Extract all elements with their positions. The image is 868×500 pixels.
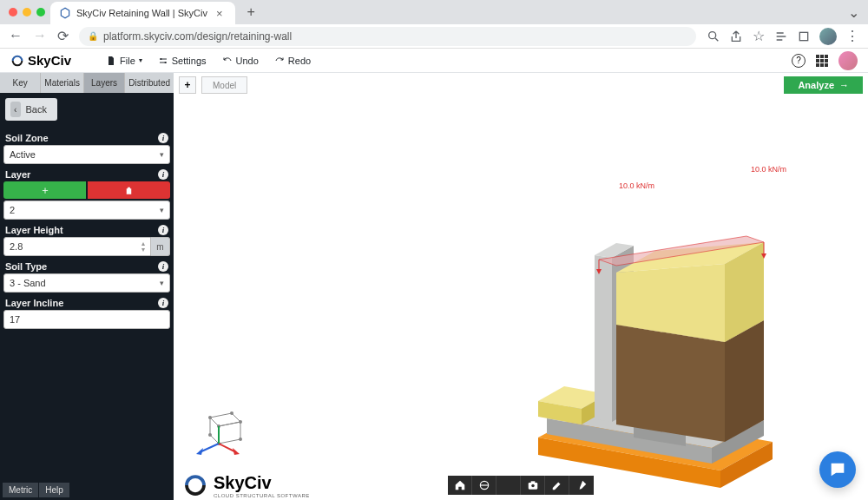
new-tab-button[interactable]: + <box>240 4 262 20</box>
kebab-menu-icon[interactable]: ⋮ <box>845 30 859 43</box>
window-controls[interactable] <box>9 8 45 16</box>
svg-marker-32 <box>210 413 240 426</box>
settings-icon <box>158 56 168 66</box>
model-canvas[interactable]: + Model Analyze 10.0 kN/m 10.0 kN/m <box>174 73 868 500</box>
svg-marker-43 <box>196 448 203 455</box>
lock-icon: 🔒 <box>88 31 98 41</box>
info-icon[interactable]: i <box>158 261 168 272</box>
info-icon[interactable]: i <box>158 133 168 143</box>
home-view-button[interactable] <box>448 476 472 495</box>
search-icon[interactable] <box>707 30 720 43</box>
edit-button[interactable] <box>545 476 569 495</box>
reading-list-icon[interactable] <box>774 30 788 43</box>
svg-rect-2 <box>799 32 807 40</box>
svg-marker-45 <box>233 448 240 455</box>
settings-menu[interactable]: Settings <box>158 56 207 66</box>
tab-materials[interactable]: Materials <box>41 73 84 93</box>
file-menu[interactable]: File ▾ <box>106 56 142 66</box>
settings-label: Settings <box>172 56 207 66</box>
metric-button[interactable]: Metric <box>3 483 38 497</box>
tab-distributed[interactable]: Distributed <box>125 73 174 93</box>
chevron-down-icon: ▾ <box>160 279 164 287</box>
undo-icon <box>222 56 233 66</box>
undo-button[interactable]: Undo <box>222 56 259 66</box>
maximize-window-icon[interactable] <box>36 8 45 16</box>
minimize-window-icon[interactable] <box>23 8 31 16</box>
brush-button[interactable] <box>569 476 594 495</box>
skyciv-brand-footer: SkyCiv CLOUD STRUCTURAL SOFTWARE <box>182 472 310 498</box>
help-button[interactable]: Help <box>39 483 69 497</box>
soil-type-select[interactable]: 3 - Sand▾ <box>3 273 170 293</box>
svg-marker-22 <box>616 325 725 442</box>
back-caret-icon: ‹ <box>10 102 21 117</box>
back-button[interactable]: ‹ Back <box>5 98 57 121</box>
info-icon[interactable]: i <box>158 169 168 180</box>
layer-incline-label: Layer Incline <box>5 298 63 308</box>
soil-zone-select[interactable]: Active▾ <box>3 145 170 164</box>
svg-rect-50 <box>530 481 535 483</box>
svg-point-35 <box>208 416 212 419</box>
redo-button[interactable]: Redo <box>274 56 311 66</box>
svg-point-37 <box>239 420 242 424</box>
layer-select[interactable]: 2▾ <box>3 201 170 220</box>
skyciv-logo[interactable]: SkyCiv <box>10 53 71 68</box>
logo-icon <box>182 472 208 498</box>
layer-height-label: Layer Height <box>5 225 63 235</box>
close-window-icon[interactable] <box>9 8 17 16</box>
user-avatar-icon[interactable] <box>838 51 858 70</box>
layer-incline-input[interactable]: 17 <box>3 310 170 329</box>
share-icon[interactable] <box>729 30 743 43</box>
analyze-button[interactable]: Analyze <box>784 76 863 94</box>
apps-grid-icon[interactable] <box>816 55 828 67</box>
svg-point-49 <box>531 484 535 488</box>
layer-height-value: 2.8 <box>10 241 23 252</box>
stepper-icon[interactable]: ▴▾ <box>141 240 145 253</box>
layer-height-unit: m <box>151 237 170 256</box>
info-icon[interactable]: i <box>158 298 168 308</box>
back-label: Back <box>26 104 47 115</box>
delete-layer-button[interactable] <box>88 181 170 199</box>
breadcrumb[interactable]: Model <box>201 76 247 94</box>
redo-icon <box>274 56 285 66</box>
view-toolbar <box>448 476 594 495</box>
browser-tab[interactable]: SkyCiv Retaining Wall | SkyCiv × <box>50 2 235 24</box>
help-icon[interactable]: ? <box>792 54 806 68</box>
retaining-wall-model <box>503 220 807 498</box>
forward-icon: → <box>33 28 47 44</box>
orbit-view-button[interactable] <box>472 476 496 495</box>
add-layer-button[interactable]: ＋ <box>3 181 86 199</box>
axis-gizmo[interactable] <box>193 405 253 457</box>
bookmark-icon[interactable]: ☆ <box>752 30 766 43</box>
soil-zone-value: Active <box>10 149 36 160</box>
logo-text: SkyCiv <box>28 53 71 68</box>
download-button[interactable] <box>496 476 521 495</box>
chat-support-button[interactable] <box>819 451 856 488</box>
file-icon <box>106 56 116 66</box>
tab-layers[interactable]: Layers <box>84 73 125 93</box>
layer-label: Layer <box>5 169 30 180</box>
chevron-down-icon: ▾ <box>160 150 164 159</box>
soil-type-value: 3 - Sand <box>10 278 46 288</box>
address-bar[interactable]: 🔒 platform.skyciv.com/design/retaining-w… <box>79 27 696 46</box>
svg-point-36 <box>230 411 233 415</box>
chat-icon <box>828 460 847 479</box>
brand-text: SkyCiv <box>214 473 310 493</box>
svg-point-0 <box>709 31 716 38</box>
screenshot-button[interactable] <box>521 476 545 495</box>
load-label-left: 10.0 kN/m <box>619 181 654 190</box>
extensions-icon[interactable] <box>797 30 811 43</box>
layer-value: 2 <box>10 205 15 215</box>
reload-icon[interactable]: ⟳ <box>57 28 69 44</box>
layer-incline-value: 17 <box>10 314 20 325</box>
layer-height-input[interactable]: 2.8▴▾ <box>3 237 151 256</box>
profile-avatar-icon[interactable] <box>819 28 837 45</box>
tab-close-icon[interactable]: × <box>213 7 227 20</box>
tab-key[interactable]: Key <box>0 73 41 93</box>
add-breadcrumb-button[interactable]: + <box>179 76 196 94</box>
svg-marker-16 <box>595 255 612 422</box>
tabs-overflow-icon[interactable]: ⌄ <box>848 4 859 21</box>
svg-line-42 <box>200 444 219 452</box>
logo-icon <box>10 54 24 68</box>
back-icon[interactable]: ← <box>9 28 23 44</box>
info-icon[interactable]: i <box>158 225 168 235</box>
